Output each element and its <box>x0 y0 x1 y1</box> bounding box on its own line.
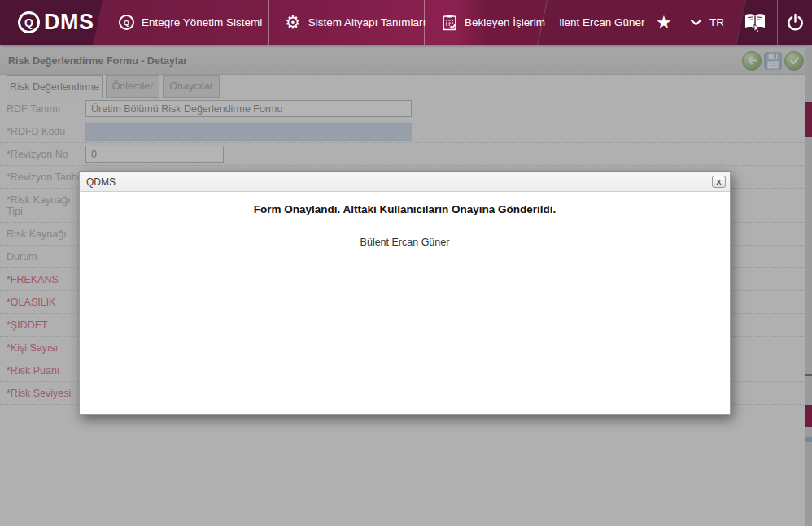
scrollbar-segment <box>805 437 812 442</box>
star-icon: ★ <box>656 14 672 32</box>
scrollbar-segment <box>805 405 812 427</box>
nav-item-bekleyen-islerim[interactable]: Bekleyen İşlerim <box>442 0 545 45</box>
confirmation-dialog: QDMS X Form Onaylandı. Alttaki Kullanıcı… <box>79 171 731 415</box>
logout-button[interactable] <box>786 0 805 45</box>
nav-item-sistem-altyapi-tanimlari[interactable]: ⚙ Sistem Altyapı Tanımları <box>285 0 426 45</box>
qdms-ring-icon: Q <box>18 11 40 33</box>
language-selector[interactable]: TR <box>690 0 724 45</box>
chevron-down-icon <box>690 19 702 26</box>
help-book-icon <box>743 12 768 33</box>
qdms-logo-text: DMS <box>44 10 94 35</box>
scrollbar-segment <box>805 102 812 137</box>
qdms-logo[interactable]: Q DMS <box>18 0 94 45</box>
nav-label: Sistem Altyapı Tanımları <box>308 16 426 28</box>
clipboard-check-icon <box>442 14 457 31</box>
dialog-approver-name: Bülent Ercan Güner <box>80 237 730 248</box>
nav-separator <box>777 0 778 45</box>
qdms-window: Q DMS Q Entegre Yönetim Sistemi ⚙ Sistem… <box>0 0 812 526</box>
power-icon <box>786 13 805 32</box>
dialog-title: QDMS <box>80 176 116 188</box>
qdms-module-icon: Q <box>119 15 134 30</box>
dialog-titlebar[interactable]: QDMS X <box>80 172 730 192</box>
gear-icon: ⚙ <box>285 14 301 32</box>
right-scrollbar-strip[interactable] <box>805 46 812 526</box>
top-navigation-bar: Q DMS Q Entegre Yönetim Sistemi ⚙ Sistem… <box>0 0 812 45</box>
help-manual-button[interactable] <box>743 0 768 45</box>
dialog-message: Form Onaylandı. Alttaki Kullanıcıların O… <box>80 203 730 215</box>
nav-item-entegre-yonetim-sistemi[interactable]: Q Entegre Yönetim Sistemi <box>119 0 262 45</box>
scrollbar-segment <box>805 374 812 376</box>
user-menu[interactable]: ilent Ercan Güner <box>550 0 654 45</box>
close-icon[interactable]: X <box>712 176 726 188</box>
dialog-body: Form Onaylandı. Alttaki Kullanıcıların O… <box>80 192 730 248</box>
favorites-button[interactable]: ★ <box>656 0 672 45</box>
nav-label: Entegre Yönetim Sistemi <box>142 16 262 28</box>
nav-separator <box>268 0 269 45</box>
language-code: TR <box>709 16 724 28</box>
nav-label: Bekleyen İşlerim <box>465 16 545 28</box>
